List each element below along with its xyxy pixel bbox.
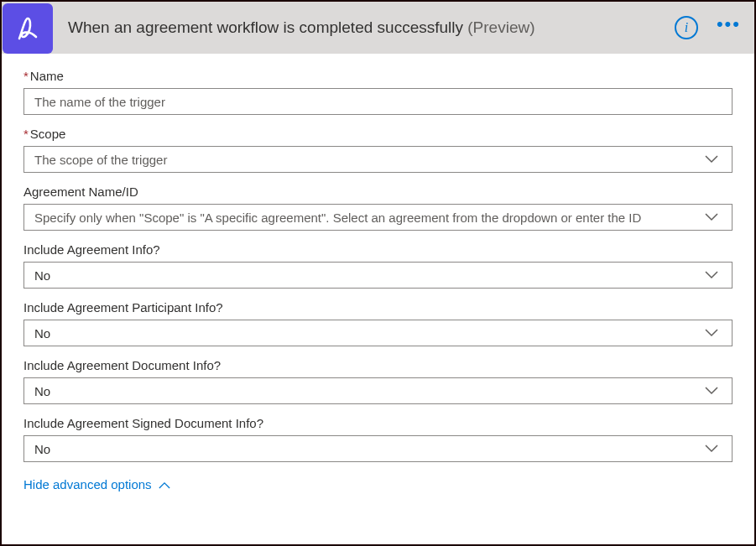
adobe-sign-icon <box>3 3 53 54</box>
label-scope: *Scope <box>23 127 733 141</box>
chevron-down-icon <box>701 445 722 453</box>
info-button[interactable]: i <box>675 16 698 39</box>
label-include-participant: Include Agreement Participant Info? <box>23 300 733 315</box>
field-include-signed: Include Agreement Signed Document Info? … <box>23 416 733 462</box>
hide-advanced-options-link[interactable]: Hide advanced options <box>23 477 170 491</box>
preview-badge: (Preview) <box>467 18 534 36</box>
label-include-info: Include Agreement Info? <box>23 242 733 257</box>
field-include-document: Include Agreement Document Info? No <box>23 358 733 404</box>
select-include-info[interactable]: No <box>23 262 733 289</box>
field-agreement-id: Agreement Name/ID Specify only when "Sco… <box>23 185 733 231</box>
card-header: When an agreement workflow is completed … <box>2 2 754 54</box>
label-name: *Name <box>23 69 733 83</box>
chevron-down-icon <box>701 155 722 164</box>
select-agreement-id[interactable]: Specify only when "Scope" is "A specific… <box>23 204 733 231</box>
field-include-participant: Include Agreement Participant Info? No <box>23 300 733 346</box>
more-menu-button[interactable]: ••• <box>717 15 741 40</box>
label-agreement-id: Agreement Name/ID <box>23 185 733 199</box>
select-include-signed[interactable]: No <box>23 435 733 462</box>
input-name[interactable]: The name of the trigger <box>23 88 733 115</box>
chevron-down-icon <box>701 387 722 395</box>
chevron-down-icon <box>701 271 722 279</box>
label-include-document: Include Agreement Document Info? <box>23 358 733 372</box>
field-scope: *Scope The scope of the trigger <box>23 127 733 173</box>
select-scope[interactable]: The scope of the trigger <box>23 146 733 173</box>
card-title: When an agreement workflow is completed … <box>53 18 675 37</box>
field-include-info: Include Agreement Info? No <box>23 242 733 289</box>
select-include-document[interactable]: No <box>23 377 733 404</box>
form-body: *Name The name of the trigger *Scope The… <box>2 54 754 501</box>
select-include-participant[interactable]: No <box>23 320 733 346</box>
label-include-signed: Include Agreement Signed Document Info? <box>23 416 733 430</box>
field-name: *Name The name of the trigger <box>23 69 733 115</box>
chevron-down-icon <box>701 329 722 337</box>
chevron-up-icon <box>159 477 170 491</box>
chevron-down-icon <box>701 213 722 221</box>
